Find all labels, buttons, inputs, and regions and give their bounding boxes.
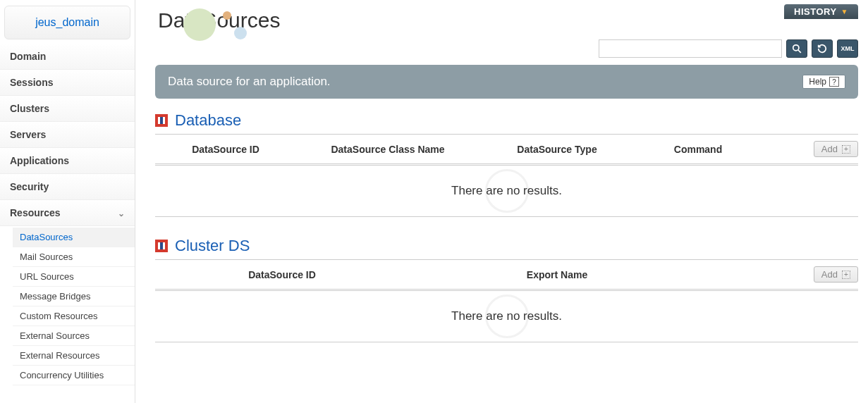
column-header: DataSource Class Name xyxy=(296,144,479,155)
sidebar-subitem-mail-sources[interactable]: Mail Sources xyxy=(13,247,135,267)
help-button[interactable]: Help ? xyxy=(802,75,845,89)
sidebar-item-clusters[interactable]: Clusters xyxy=(0,96,135,122)
main-content: HISTORY ▼ DataSources XML Data source fo… xyxy=(135,0,868,403)
plus-icon: + xyxy=(842,271,850,279)
section-icon xyxy=(155,240,168,252)
xml-button[interactable]: XML xyxy=(837,39,858,58)
column-header: DataSource ID xyxy=(155,269,409,280)
database-table: DataSource ID DataSource Class Name Data… xyxy=(155,134,858,217)
sidebar: jeus_domain Domain Sessions Clusters Ser… xyxy=(0,0,135,403)
plus-icon: + xyxy=(842,145,850,154)
section-icon xyxy=(155,114,168,127)
sidebar-item-domain[interactable]: Domain xyxy=(0,44,135,70)
add-cluster-ds-button[interactable]: Add + xyxy=(814,266,858,283)
add-label: Add xyxy=(821,269,838,280)
section-title: Cluster DS xyxy=(175,237,250,255)
sidebar-item-security[interactable]: Security xyxy=(0,174,135,200)
add-label: Add xyxy=(821,144,838,154)
sidebar-subitem-external-resources[interactable]: External Resources xyxy=(13,346,135,366)
section-header-cluster-ds: Cluster DS xyxy=(155,237,858,255)
resources-submenu: DataSources Mail Sources URL Sources Mes… xyxy=(0,226,135,385)
help-icon: ? xyxy=(829,77,839,87)
refresh-icon xyxy=(817,44,827,54)
empty-state: There are no results. xyxy=(155,166,858,217)
cluster-ds-table: DataSource ID Export Name Add + There ar… xyxy=(155,259,858,342)
description-bar: Data source for an application. Help ? xyxy=(155,65,858,99)
sidebar-subitem-url-sources[interactable]: URL Sources xyxy=(13,267,135,287)
sidebar-subitem-message-bridges[interactable]: Message Bridges xyxy=(13,287,135,306)
sidebar-item-applications[interactable]: Applications xyxy=(0,148,135,174)
xml-icon: XML xyxy=(841,45,855,52)
refresh-button[interactable] xyxy=(812,39,833,58)
column-header: Export Name xyxy=(409,269,705,280)
empty-state: There are no results. xyxy=(155,291,858,342)
search-icon xyxy=(792,44,802,54)
column-header: DataSource ID xyxy=(155,144,296,155)
search-button[interactable] xyxy=(786,39,807,58)
svg-point-0 xyxy=(793,45,799,51)
add-database-button[interactable]: Add + xyxy=(814,141,858,157)
sidebar-item-resources[interactable]: Resources ⌄ xyxy=(0,200,135,226)
sidebar-item-servers[interactable]: Servers xyxy=(0,122,135,148)
domain-title[interactable]: jeus_domain xyxy=(4,6,130,39)
svg-line-1 xyxy=(798,50,801,53)
help-label: Help xyxy=(809,77,826,87)
page-title: DataSources xyxy=(158,8,858,32)
sidebar-item-label: Resources xyxy=(10,207,61,218)
search-input[interactable] xyxy=(599,39,782,58)
chevron-down-icon: ⌄ xyxy=(118,209,125,218)
sidebar-subitem-concurrency-utilities[interactable]: Concurrency Utilities xyxy=(13,366,135,385)
sidebar-subitem-custom-resources[interactable]: Custom Resources xyxy=(13,306,135,326)
column-header: Command xyxy=(635,144,762,155)
section-title: Database xyxy=(175,111,241,130)
sidebar-item-sessions[interactable]: Sessions xyxy=(0,70,135,96)
sidebar-subitem-external-sources[interactable]: External Sources xyxy=(13,326,135,346)
sidebar-subitem-datasources[interactable]: DataSources xyxy=(13,228,135,247)
column-header: DataSource Type xyxy=(479,144,635,155)
description-text: Data source for an application. xyxy=(168,75,331,89)
section-header-database: Database xyxy=(155,111,858,130)
